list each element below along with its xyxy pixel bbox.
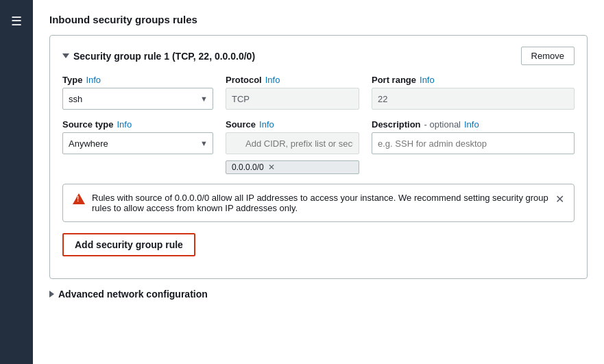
cidr-value: 0.0.0.0/0 — [232, 162, 264, 172]
source-input-wrapper: 🔍 — [226, 132, 359, 154]
cidr-tag: 0.0.0.0/0 ✕ — [226, 160, 359, 174]
add-rule-button-wrapper: Add security group rule — [62, 233, 575, 266]
warning-close-icon[interactable]: ✕ — [555, 193, 564, 206]
source-search-input[interactable] — [226, 132, 359, 154]
type-select-wrapper: ssh HTTP HTTPS Custom TCP All traffic ▼ — [62, 88, 213, 110]
warning-text: Rules with source of 0.0.0.0/0 allow all… — [92, 193, 548, 213]
advanced-network-section[interactable]: Advanced network configuration — [49, 289, 588, 300]
optional-text: - optional — [424, 119, 461, 130]
protocol-input — [226, 88, 359, 110]
source-type-select[interactable]: Anywhere Anywhere-IPv6 Custom My IP — [62, 132, 213, 154]
description-input[interactable] — [372, 132, 575, 154]
source-type-select-wrapper: Anywhere Anywhere-IPv6 Custom My IP ▼ — [62, 132, 213, 154]
rule-header-label: Security group rule 1 (TCP, 22, 0.0.0.0/… — [73, 51, 255, 62]
rule-card: Security group rule 1 (TCP, 22, 0.0.0.0/… — [49, 35, 588, 279]
menu-icon[interactable]: ☰ — [5, 8, 27, 34]
section-title: Inbound security groups rules — [49, 14, 588, 25]
sidebar: ☰ — [0, 0, 33, 364]
port-field-group: Port range Info — [372, 75, 575, 110]
remove-button[interactable]: Remove — [521, 47, 575, 65]
source-label: Source Info — [226, 119, 359, 130]
type-select[interactable]: ssh HTTP HTTPS Custom TCP All traffic — [62, 88, 213, 110]
source-type-label: Source type Info — [62, 119, 213, 130]
fields-row-1: Type Info ssh HTTP HTTPS Custom TCP All … — [62, 75, 575, 110]
rule-header: Security group rule 1 (TCP, 22, 0.0.0.0/… — [62, 47, 575, 65]
warning-icon — [73, 193, 85, 206]
add-security-group-rule-button[interactable]: Add security group rule — [62, 233, 195, 256]
chevron-right-icon — [49, 291, 54, 298]
cidr-close-icon[interactable]: ✕ — [268, 162, 275, 172]
fields-row-2: Source type Info Anywhere Anywhere-IPv6 … — [62, 119, 575, 174]
source-field-group: Source Info 🔍 0.0.0.0/0 ✕ — [226, 119, 359, 174]
protocol-info-link[interactable]: Info — [265, 75, 280, 85]
warning-box: Rules with source of 0.0.0.0/0 allow all… — [62, 184, 575, 222]
type-info-link[interactable]: Info — [86, 75, 101, 85]
main-content: Inbound security groups rules Security g… — [33, 0, 604, 364]
type-label: Type Info — [62, 75, 213, 85]
source-info-link[interactable]: Info — [259, 119, 274, 130]
description-label: Description - optional Info — [372, 119, 575, 130]
protocol-label: Protocol Info — [226, 75, 359, 85]
port-label: Port range Info — [372, 75, 575, 85]
protocol-field-group: Protocol Info — [226, 75, 359, 110]
port-info-link[interactable]: Info — [420, 75, 435, 85]
chevron-down-icon[interactable] — [62, 53, 69, 58]
description-info-link[interactable]: Info — [464, 119, 479, 130]
source-type-field-group: Source type Info Anywhere Anywhere-IPv6 … — [62, 119, 213, 174]
advanced-network-label: Advanced network configuration — [58, 289, 208, 300]
rule-header-left: Security group rule 1 (TCP, 22, 0.0.0.0/… — [62, 51, 255, 62]
description-field-group: Description - optional Info — [372, 119, 575, 174]
type-field-group: Type Info ssh HTTP HTTPS Custom TCP All … — [62, 75, 213, 110]
warning-triangle-icon — [73, 193, 85, 204]
port-input — [372, 88, 575, 110]
source-type-info-link[interactable]: Info — [117, 119, 132, 130]
